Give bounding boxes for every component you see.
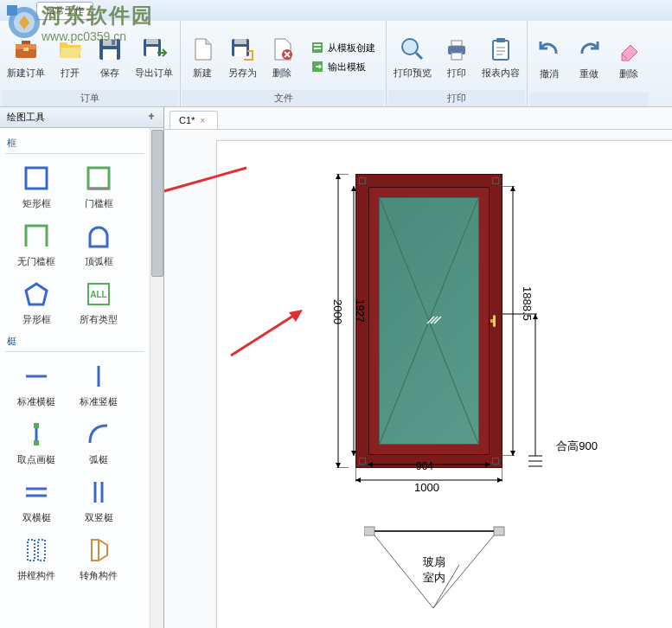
- svg-rect-68: [494, 527, 504, 535]
- doc-delete-icon: [268, 35, 296, 63]
- corner-clip-tl: [359, 177, 366, 184]
- svg-rect-6: [23, 48, 29, 51]
- svg-rect-15: [234, 39, 246, 44]
- folder-open-icon: [56, 35, 84, 63]
- tool-all-types[interactable]: ALL 所有类型: [67, 273, 130, 331]
- template-out-icon: [310, 60, 324, 74]
- tool-corner-component[interactable]: 转角构件: [67, 529, 130, 587]
- tool-rect-frame[interactable]: 矩形框: [5, 157, 67, 215]
- tools-scrollbar[interactable]: [150, 128, 163, 628]
- ribbon: 新建订单 打开 保存 导出订单 订单 新建: [0, 21, 672, 107]
- svg-rect-49: [490, 319, 493, 323]
- svg-rect-29: [88, 168, 109, 189]
- tools-section-frame: 框: [5, 133, 144, 154]
- door-glass: [379, 197, 479, 445]
- tool-dbl-v-mullion[interactable]: 双竖梃: [67, 471, 130, 529]
- svg-rect-24: [451, 41, 462, 46]
- canvas[interactable]: 2000 1927 1888.5: [164, 130, 672, 628]
- tool-dbl-h-mullion[interactable]: 双横梃: [5, 471, 67, 529]
- tool-arc-mullion[interactable]: 弧梃: [67, 413, 130, 471]
- open-button[interactable]: 打开: [50, 24, 90, 90]
- tab-c1[interactable]: C1* ×: [170, 111, 218, 129]
- new-file-button[interactable]: 新建: [182, 24, 222, 90]
- svg-rect-50: [493, 315, 496, 327]
- dim-width-outer-text: 1000: [414, 481, 439, 494]
- output-template-button[interactable]: 输出模板: [307, 57, 379, 76]
- canvas-paper: 2000 1927 1888.5: [216, 140, 672, 628]
- print-button[interactable]: 打印: [437, 24, 477, 90]
- tool-point-mullion[interactable]: 取点画梃: [5, 413, 67, 471]
- titlebar: x 日常工作: [0, 0, 672, 21]
- tab-close-icon[interactable]: ×: [200, 116, 208, 125]
- report-content-button[interactable]: 报表内容: [477, 24, 525, 90]
- svg-rect-25: [451, 53, 462, 60]
- magnifier-icon: [399, 35, 426, 63]
- briefcase-icon: [12, 35, 40, 63]
- tool-joint-component[interactable]: 拼樘构件: [5, 529, 67, 587]
- svg-rect-19: [314, 44, 321, 46]
- svg-rect-37: [34, 440, 39, 445]
- export-order-button[interactable]: 导出订单: [130, 24, 178, 90]
- corner-clip-bl: [359, 458, 366, 465]
- arc-top-icon: [83, 221, 114, 252]
- svg-rect-67: [364, 527, 374, 535]
- tools-body: 框 矩形框 门槛框 无门槛框: [0, 128, 150, 628]
- point-mullion-icon: [21, 419, 52, 450]
- tool-arc-top[interactable]: 顶弧框: [67, 215, 130, 273]
- svg-rect-28: [26, 168, 47, 189]
- svg-rect-12: [146, 39, 158, 44]
- ribbon-tab-active[interactable]: 日常工作: [36, 2, 93, 20]
- svg-rect-16: [234, 47, 246, 56]
- new-order-button[interactable]: 新建订单: [2, 24, 50, 90]
- floppy-export-icon: [140, 35, 168, 63]
- pin-icon[interactable]: [146, 112, 157, 123]
- plan-label: 玻扇 室内: [423, 554, 445, 586]
- dim-height-inner: 1927: [354, 299, 366, 323]
- polygon-frame-icon: [21, 279, 52, 310]
- tools-panel: 绘图工具 框 矩形框 门槛框 无门槛框: [0, 107, 164, 628]
- printer-icon: [443, 35, 470, 63]
- tools-section-mullion: 梃: [5, 331, 144, 352]
- dim-height-outer: 2000: [331, 299, 344, 324]
- svg-rect-20: [314, 48, 321, 49]
- svg-rect-27: [496, 38, 505, 42]
- svg-rect-42: [28, 540, 35, 561]
- undo-button[interactable]: 撤消: [529, 24, 569, 93]
- delete-button[interactable]: 删除: [609, 24, 649, 93]
- save-as-button[interactable]: 另存为: [222, 24, 262, 90]
- arc-mullion-icon: [83, 419, 114, 450]
- app-icon: [5, 3, 19, 17]
- svg-rect-36: [34, 423, 39, 428]
- tool-polygon-frame[interactable]: 异形框: [5, 273, 67, 331]
- tool-v-mullion[interactable]: 标准竖梃: [67, 356, 130, 413]
- v-mullion-icon: [83, 361, 114, 392]
- ribbon-group-order-label: 订单: [2, 90, 178, 106]
- dim-handle: [502, 312, 546, 468]
- corner-clip-br: [492, 458, 499, 465]
- door-frame: [355, 174, 502, 468]
- from-template-button[interactable]: 从模板创建: [307, 38, 379, 57]
- ribbon-group-edit-label: [529, 93, 649, 106]
- svg-line-48: [434, 317, 441, 324]
- tool-door-frame[interactable]: 门槛框: [67, 157, 130, 215]
- svg-rect-26: [493, 41, 509, 60]
- redo-button[interactable]: 重做: [569, 24, 609, 93]
- save-button[interactable]: 保存: [90, 24, 130, 90]
- door-handle-icon: [490, 315, 499, 327]
- corner-component-icon: [83, 535, 114, 566]
- clipboard-icon: [487, 35, 515, 63]
- tool-no-threshold[interactable]: 无门槛框: [5, 215, 67, 273]
- door-drawing[interactable]: 2000 1927 1888.5: [355, 174, 502, 468]
- svg-text:ALL: ALL: [90, 290, 106, 299]
- delete-file-button[interactable]: 删除: [262, 24, 302, 90]
- svg-rect-43: [38, 540, 45, 561]
- undo-icon: [535, 36, 563, 64]
- ribbon-group-file-label: 文件: [182, 90, 384, 106]
- door-frame-icon: [83, 163, 114, 194]
- dbl-v-mullion-icon: [83, 477, 114, 508]
- floppy-icon: [96, 35, 124, 63]
- tool-h-mullion[interactable]: 标准横梃: [5, 356, 67, 413]
- print-preview-button[interactable]: 打印预览: [388, 24, 437, 90]
- scrollbar-thumb[interactable]: [151, 130, 163, 277]
- redo-icon: [575, 36, 603, 64]
